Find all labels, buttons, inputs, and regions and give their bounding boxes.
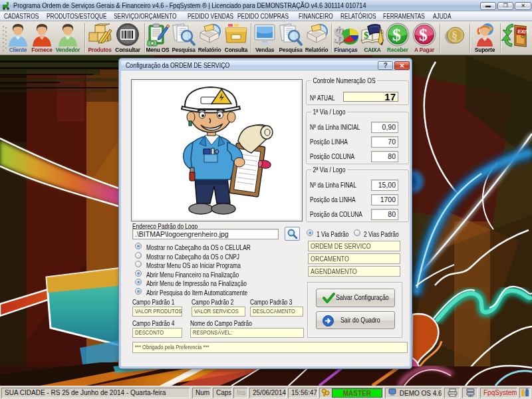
svg-text:§: §: [452, 29, 458, 43]
svg-text:$: $: [392, 25, 401, 45]
svg-text:$: $: [419, 25, 428, 45]
svg-text:EXIT: EXIT: [517, 29, 529, 35]
svg-text:$: $: [364, 30, 369, 41]
svg-text:$: $: [333, 23, 344, 47]
